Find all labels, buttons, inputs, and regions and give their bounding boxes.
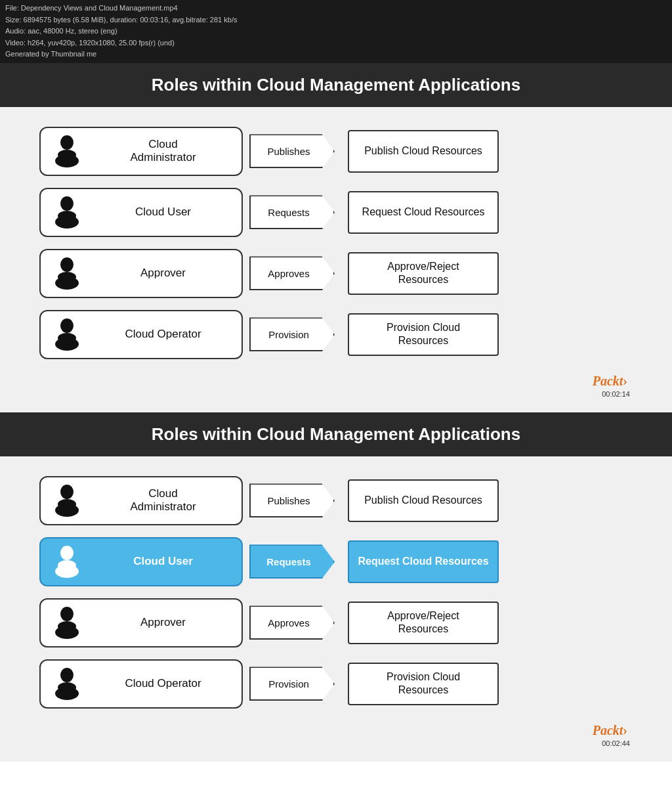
role-row: Cloud Operator Provision Provision Cloud… xyxy=(39,310,633,359)
role-label-2: Approver xyxy=(94,616,232,629)
meta-line3: Audio: aac, 48000 Hz, stereo (eng) xyxy=(5,26,667,37)
svg-point-2 xyxy=(58,150,76,160)
action-label-3: Provision xyxy=(268,678,309,690)
section2-header: Roles within Cloud Management Applicatio… xyxy=(0,412,672,456)
arrow-inner-1: Requests xyxy=(249,195,335,229)
role-row: Approver Approves Approve/RejectResource… xyxy=(39,598,633,647)
svg-point-8 xyxy=(58,272,76,282)
resource-label-2: Approve/RejectResources xyxy=(387,609,459,637)
resource-label-1: Request Cloud Resources xyxy=(358,555,488,569)
resource-label-0: Publish Cloud Resources xyxy=(364,494,482,508)
action-label-2: Approves xyxy=(268,617,309,628)
section1-header: Roles within Cloud Management Applicatio… xyxy=(0,63,672,107)
action-arrow-0: Publishes xyxy=(249,134,335,168)
meta-line4: Video: h264, yuv420p, 1920x1080, 25.00 f… xyxy=(5,37,667,49)
role-label-0: CloudAdministrator xyxy=(94,138,232,164)
person-icon-2 xyxy=(50,255,86,292)
section1-diagram: CloudAdministrator Publishes Publish Clo… xyxy=(0,107,672,412)
role-label-1: Cloud User xyxy=(94,555,232,568)
role-box-0: CloudAdministrator xyxy=(39,476,243,525)
person-icon-0 xyxy=(50,133,86,169)
arrow-inner-0: Publishes xyxy=(249,483,335,517)
resource-box-3: Provision CloudResources xyxy=(348,663,499,705)
role-row: Cloud Operator Provision Provision Cloud… xyxy=(39,659,633,709)
svg-point-9 xyxy=(60,318,74,333)
person-icon-3 xyxy=(50,666,86,702)
action-arrow-3: Provision xyxy=(249,317,335,351)
role-box-1: Cloud User xyxy=(39,188,243,237)
action-label-3: Provision xyxy=(268,329,309,340)
resource-label-3: Provision CloudResources xyxy=(387,321,460,349)
section2-diagram: CloudAdministrator Publishes Publish Clo… xyxy=(0,456,672,762)
meta-line1: File: Dependency Views and Cloud Managem… xyxy=(5,3,667,14)
person-icon-0 xyxy=(50,483,86,519)
role-label-3: Cloud Operator xyxy=(94,328,232,341)
arrow-inner-2: Approves xyxy=(249,256,335,290)
role-box-2: Approver xyxy=(39,249,243,298)
packt-logo-2: Packt› xyxy=(593,720,633,739)
role-row: CloudAdministrator Publishes Publish Clo… xyxy=(39,476,633,525)
action-label-1: Requests xyxy=(268,207,309,218)
person-icon-2 xyxy=(50,605,86,641)
svg-point-14 xyxy=(58,499,76,510)
svg-point-11 xyxy=(58,333,76,343)
role-label-2: Approver xyxy=(94,267,232,280)
resource-box-1: Request Cloud Resources xyxy=(348,540,499,583)
person-icon-1 xyxy=(50,544,86,580)
role-box-3: Cloud Operator xyxy=(39,659,243,709)
action-arrow-2: Approves xyxy=(249,605,335,640)
role-row: Cloud User Requests Request Cloud Resour… xyxy=(39,188,633,237)
arrow-inner-3: Provision xyxy=(249,317,335,351)
resource-label-1: Request Cloud Resources xyxy=(362,206,485,219)
svg-point-21 xyxy=(60,668,74,682)
role-row: CloudAdministrator Publishes Publish Clo… xyxy=(39,127,633,176)
resource-box-2: Approve/RejectResources xyxy=(348,252,499,295)
svg-point-5 xyxy=(58,211,76,221)
role-box-1: Cloud User xyxy=(39,537,243,586)
svg-point-23 xyxy=(58,682,76,693)
resource-box-0: Publish Cloud Resources xyxy=(348,479,499,522)
role-label-1: Cloud User xyxy=(94,206,232,219)
arrow-inner-2: Approves xyxy=(249,605,335,640)
person-icon-1 xyxy=(50,194,86,230)
action-label-0: Publishes xyxy=(267,146,310,157)
role-label-0: CloudAdministrator xyxy=(94,487,232,514)
action-label-1: Requests xyxy=(266,556,311,567)
resource-box-1: Request Cloud Resources xyxy=(348,191,499,234)
role-label-3: Cloud Operator xyxy=(94,677,232,690)
resource-label-3: Provision CloudResources xyxy=(387,670,460,698)
svg-point-12 xyxy=(60,485,74,499)
action-label-0: Publishes xyxy=(267,495,310,506)
svg-point-18 xyxy=(60,607,74,621)
action-arrow-2: Approves xyxy=(249,256,335,290)
resource-label-2: Approve/RejectResources xyxy=(387,260,459,288)
action-arrow-1: Requests xyxy=(249,195,335,229)
resource-label-0: Publish Cloud Resources xyxy=(364,144,482,158)
person-icon-3 xyxy=(50,317,86,353)
svg-point-3 xyxy=(60,196,74,211)
svg-point-17 xyxy=(58,560,76,571)
role-box-2: Approver xyxy=(39,598,243,647)
arrow-inner-1: Requests xyxy=(249,544,335,579)
resource-box-2: Approve/RejectResources xyxy=(348,602,499,644)
action-arrow-1: Requests xyxy=(249,544,335,579)
role-row: Cloud User Requests Request Cloud Resour… xyxy=(39,537,633,586)
svg-point-6 xyxy=(60,257,74,272)
role-row: Approver Approves Approve/RejectResource… xyxy=(39,249,633,298)
action-label-2: Approves xyxy=(268,268,309,279)
action-arrow-0: Publishes xyxy=(249,483,335,517)
role-box-3: Cloud Operator xyxy=(39,310,243,359)
meta-line5: Generated by Thumbnail me xyxy=(5,49,667,60)
packt-logo-1: Packt› xyxy=(593,371,633,390)
arrow-inner-0: Publishes xyxy=(249,134,335,168)
svg-point-0 xyxy=(60,135,74,150)
svg-point-20 xyxy=(58,621,76,632)
action-arrow-3: Provision xyxy=(249,667,335,701)
resource-box-3: Provision CloudResources xyxy=(348,313,499,356)
meta-line2: Size: 6894575 bytes (6.58 MiB), duration… xyxy=(5,14,667,26)
timestamp-1: 00:02:14 xyxy=(602,390,633,399)
svg-point-15 xyxy=(60,546,74,560)
resource-box-0: Publish Cloud Resources xyxy=(348,130,499,173)
timestamp-2: 00:02:44 xyxy=(602,739,633,749)
role-box-0: CloudAdministrator xyxy=(39,127,243,176)
